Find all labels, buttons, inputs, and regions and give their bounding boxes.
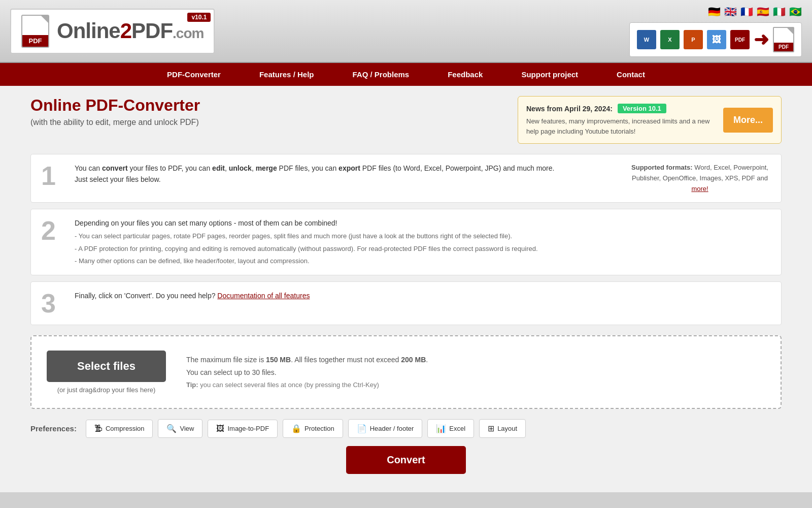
step-3-content: Finally, click on 'Convert'. Do you need… [75,290,771,301]
pdf-result-icon: PDF [773,27,794,52]
step-1-content: You can convert your files to PDF, you c… [75,163,621,185]
flag-fr[interactable]: 🇫🇷 [740,5,753,18]
step-1-box: 1 You can convert your files to PDF, you… [30,154,782,203]
step-1-formats: Supported formats: Word, Excel, Powerpoi… [629,163,771,194]
news-version-badge: Version 10.1 [618,104,666,113]
preferences-row: Preferences: 🗜 Compression 🔍 View 🖼 Imag… [30,419,782,438]
convert-arrow-icon: ➜ [754,29,769,50]
logo-pdf-icon: PDF [21,15,49,48]
nav-item-faq[interactable]: FAQ / Problems [333,63,428,86]
file-tip: Tip: you can select several files at onc… [186,379,428,391]
excel-icon: 📊 [436,424,446,433]
file-size-info: The maximum file size is 150 MB. All fil… [186,354,428,366]
header-footer-icon: 📄 [357,424,367,433]
more-button[interactable]: More... [723,108,773,133]
logo-pdf-icon-label: PDF [22,35,48,47]
logo-online: Online [57,19,120,43]
nav-item-feedback[interactable]: Feedback [428,63,502,86]
view-icon: 🔍 [166,424,177,433]
pref-header-footer-label: Header / footer [370,425,414,432]
drag-hint: (or just drag&drop your files here) [57,386,156,394]
format-ppt-icon: P [684,30,703,49]
flag-gb[interactable]: 🇬🇧 [724,5,737,18]
documentation-link[interactable]: Documentation of all features [217,292,310,300]
step-2-content: Depending on your files you can set many… [75,217,771,267]
convert-button[interactable]: Convert [346,446,466,474]
pref-view-button[interactable]: 🔍 View [158,419,202,438]
pref-image-to-pdf-button[interactable]: 🖼 Image-to-PDF [208,420,278,438]
file-drop-area: Select files (or just drag&drop your fil… [30,335,782,409]
pref-header-footer-button[interactable]: 📄 Header / footer [348,419,423,438]
format-icons-bar: W X P 🖼 PDF ➜ PDF [629,22,802,57]
nav-item-features-help[interactable]: Features / Help [240,63,333,86]
pref-compression-button[interactable]: 🗜 Compression [86,420,153,438]
flag-it[interactable]: 🇮🇹 [772,5,786,18]
protection-icon: 🔒 [291,424,301,433]
news-header: News from April 29, 2024: Version 10.1 [526,104,716,113]
step-2-number: 2 [41,217,66,244]
logo-2: 2 [120,19,131,43]
more-formats-link[interactable]: more! [691,185,708,193]
pref-image-to-pdf-label: Image-to-PDF [227,425,269,432]
logo-version: v10.1 [187,13,211,22]
flag-es[interactable]: 🇪🇸 [756,5,769,18]
format-excel-icon: X [660,30,680,49]
nav-item-support[interactable]: Support project [502,63,597,86]
nav-item-contact[interactable]: Contact [597,63,664,86]
nav-bar: PDF-Converter Features / Help FAQ / Prob… [0,63,812,86]
compression-icon: 🗜 [94,424,103,433]
news-date: News from April 29, 2024: [526,105,613,113]
flag-br[interactable]: 🇧🇷 [789,5,802,18]
news-content: News from April 29, 2024: Version 10.1 N… [526,104,716,136]
image-to-pdf-icon: 🖼 [216,424,224,433]
logo-box: PDF Online2PDF.com v10.1 [10,9,215,54]
pref-compression-label: Compression [106,425,145,432]
step-2-title: Depending on your files you can set many… [75,217,771,229]
main-content: Online PDF-Converter (with the ability t… [0,86,812,492]
format-pdf-icon: PDF [730,30,750,49]
step-1-number: 1 [41,163,66,189]
hero-subtitle: (with the ability to edit, merge and unl… [30,118,502,127]
pref-layout-label: Layout [497,425,517,432]
step-2-box: 2 Depending on your files you can set ma… [30,209,782,275]
language-flags: 🇩🇪 🇬🇧 🇫🇷 🇪🇸 🇮🇹 🇧🇷 [707,5,802,18]
step-3-number: 3 [41,290,66,316]
news-box: News from April 29, 2024: Version 10.1 N… [518,96,782,144]
file-count-info: You can select up to 30 files. [186,366,428,379]
pref-excel-button[interactable]: 📊 Excel [427,419,474,438]
hero-section: Online PDF-Converter (with the ability t… [30,96,782,144]
step-3-box: 3 Finally, click on 'Convert'. Do you ne… [30,281,782,325]
select-btn-area: Select files (or just drag&drop your fil… [47,351,166,394]
pref-view-label: View [180,425,194,432]
logo-text: Online2PDF.com [57,19,204,43]
top-header: PDF Online2PDF.com v10.1 🇩🇪 🇬🇧 🇫🇷 🇪🇸 🇮🇹 … [0,0,812,63]
hero-title: Online PDF-Converter [30,96,502,115]
step-1-text: You can convert your files to PDF, you c… [75,163,621,185]
format-word-icon: W [637,30,656,49]
preferences-label: Preferences: [30,424,77,433]
step-2-bullet-1: - You can select particular pages, rotat… [75,231,771,242]
logo-com: .com [173,25,204,41]
layout-icon: ⊞ [488,424,494,433]
pref-protection-label: Protection [304,425,334,432]
step-2-bullet-3: - Many other options can be defined, lik… [75,256,771,267]
pdf-result-bar-label: PDF [774,43,793,51]
logo-pdf-text: PDF [131,19,173,43]
pref-excel-label: Excel [449,425,465,432]
pref-protection-button[interactable]: 🔒 Protection [283,419,343,438]
hero-text: Online PDF-Converter (with the ability t… [30,96,502,127]
nav-item-pdf-converter[interactable]: PDF-Converter [148,63,240,86]
step-2-bullet-2: - A PDF protection for printing, copying… [75,244,771,255]
news-description: New features, many improvements, increas… [526,116,716,136]
header-right: 🇩🇪 🇬🇧 🇫🇷 🇪🇸 🇮🇹 🇧🇷 W X P 🖼 PDF ➜ PDF [629,5,802,57]
convert-area: Convert [30,446,782,474]
format-img-icon: 🖼 [707,30,726,49]
file-info: The maximum file size is 150 MB. All fil… [186,354,428,391]
step-3-text: Finally, click on 'Convert'. Do you need… [75,290,771,301]
select-files-button[interactable]: Select files [47,351,166,382]
step-1-formats-label: Supported formats: [631,164,693,171]
flag-de[interactable]: 🇩🇪 [707,5,721,18]
pref-layout-button[interactable]: ⊞ Layout [479,419,526,438]
